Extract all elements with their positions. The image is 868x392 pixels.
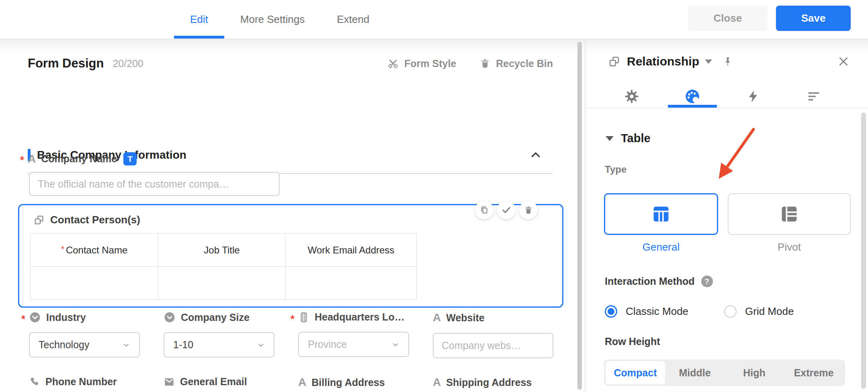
title-badge: T <box>123 152 137 165</box>
form-style-button[interactable]: Form Style <box>387 57 456 69</box>
required-marker: * <box>20 154 24 166</box>
tab-edit[interactable]: Edit <box>174 0 224 39</box>
website-field: A Website <box>433 311 553 358</box>
recycle-bin-label: Recycle Bin <box>496 58 553 69</box>
widget-actions <box>475 201 538 219</box>
headquarters-select[interactable]: Province <box>298 332 409 357</box>
company-name-label: Company Name <box>41 153 117 165</box>
relationship-icon <box>33 214 45 226</box>
column-header-contact-name[interactable]: * Contact Name <box>31 234 158 267</box>
type-label: Type <box>605 164 626 175</box>
panel-header: Relationship <box>608 53 850 70</box>
text-field-icon: A <box>28 153 36 165</box>
industry-label: Industry <box>46 312 86 323</box>
radio-grid-mode[interactable]: Grid Mode <box>724 305 794 318</box>
chevron-down-icon <box>121 340 131 350</box>
company-name-input[interactable] <box>29 172 280 196</box>
select-field-icon <box>29 311 41 323</box>
chevron-down-icon <box>391 340 400 349</box>
headquarters-placeholder: Province <box>308 339 347 350</box>
industry-field: * Industry Technology <box>29 311 149 357</box>
type-option-general[interactable] <box>604 193 718 235</box>
chevron-down-icon[interactable] <box>705 59 712 64</box>
contact-persons-widget[interactable]: Contact Person(s) * Contact Name Job Tit… <box>18 204 563 308</box>
select-field-icon <box>164 311 176 323</box>
delete-button[interactable] <box>519 201 538 219</box>
panel-tabs-divider <box>585 108 868 108</box>
company-size-select[interactable]: 1-10 <box>164 332 274 357</box>
shipping-address-field: A Shipping Address <box>433 376 553 389</box>
website-label: Website <box>446 312 484 324</box>
align-left-lines-icon <box>807 89 821 104</box>
table-section-title: Table <box>621 132 651 145</box>
row-height-segmented-control: Compact Middle High Extreme <box>604 359 845 386</box>
trash-icon <box>479 58 491 69</box>
interaction-method-label: Interaction Method <box>605 276 695 287</box>
text-field-icon: A <box>433 311 441 324</box>
pin-icon[interactable] <box>723 56 733 67</box>
segment-compact[interactable]: Compact <box>606 361 665 384</box>
general-option-label[interactable]: General <box>604 241 718 253</box>
canvas-header: Form Design 20/200 Form Style <box>28 56 553 71</box>
column-label: Work Email Address <box>308 245 395 256</box>
pivot-table-icon <box>779 204 800 225</box>
table-section-header[interactable]: Table <box>606 132 651 145</box>
segment-extreme[interactable]: Extreme <box>784 361 843 384</box>
relationship-icon <box>608 55 620 68</box>
company-size-field: Company Size 1-10 <box>164 311 284 357</box>
tab-event-settings[interactable] <box>723 85 784 108</box>
company-name-field-label: * A Company Name T <box>28 152 137 165</box>
radio-selected-icon <box>605 305 617 318</box>
shipping-address-label: Shipping Address <box>446 377 532 388</box>
panel-title[interactable]: Relationship <box>627 55 699 68</box>
industry-value: Technology <box>39 339 89 351</box>
website-input[interactable] <box>433 333 553 358</box>
chevron-up-icon[interactable] <box>530 149 542 161</box>
palette-icon <box>684 88 700 104</box>
industry-select[interactable]: Technology <box>29 332 140 357</box>
form-style-label: Form Style <box>404 58 456 69</box>
recycle-bin-button[interactable]: Recycle Bin <box>479 57 553 69</box>
column-header-work-email[interactable]: Work Email Address <box>286 234 417 267</box>
required-marker: * <box>61 244 64 254</box>
form-builder-screen: Edit More Settings Extend Close Save For… <box>0 0 868 392</box>
lightning-icon <box>746 90 760 103</box>
phone-label: Phone Number <box>45 376 117 388</box>
tab-field-settings[interactable] <box>602 85 662 108</box>
headquarters-label: Headquarters Lo… <box>315 311 405 323</box>
close-icon[interactable] <box>837 55 850 67</box>
contact-subtable: * Contact Name Job Title Work Email Addr… <box>30 233 417 300</box>
tab-style-settings[interactable] <box>662 85 723 108</box>
column-label: Job Title <box>204 245 240 256</box>
duplicate-button[interactable] <box>475 201 493 219</box>
tab-outline-settings[interactable] <box>783 85 844 108</box>
tab-extend[interactable]: Extend <box>321 0 385 39</box>
save-button[interactable]: Save <box>776 6 851 31</box>
panel-scrollbar[interactable] <box>861 112 866 389</box>
table-cell-empty[interactable] <box>158 267 286 300</box>
close-button[interactable]: Close <box>688 6 768 31</box>
collapse-triangle-icon <box>606 136 614 141</box>
chevron-down-icon <box>256 340 266 350</box>
segment-high[interactable]: High <box>725 361 784 384</box>
gear-icon <box>624 89 639 104</box>
tab-more-settings[interactable]: More Settings <box>224 0 321 39</box>
text-field-icon: A <box>433 376 441 389</box>
column-header-job-title[interactable]: Job Title <box>158 234 286 267</box>
confirm-button[interactable] <box>497 201 516 219</box>
main-scrollbar[interactable] <box>577 42 582 390</box>
type-option-pivot[interactable] <box>728 193 851 235</box>
table-cell-empty[interactable] <box>31 267 158 300</box>
pivot-option-label[interactable]: Pivot <box>728 241 851 253</box>
company-size-label: Company Size <box>181 312 250 323</box>
headquarters-field: * Headquarters Lo… Province <box>298 311 419 357</box>
billing-address-label: Billing Address <box>311 377 385 388</box>
form-canvas: Form Design 20/200 Form Style <box>0 40 585 392</box>
segment-middle[interactable]: Middle <box>665 361 725 384</box>
interaction-method-row: Interaction Method ? <box>605 276 713 287</box>
help-icon[interactable]: ? <box>701 276 713 287</box>
email-icon <box>164 376 175 388</box>
radio-classic-mode[interactable]: Classic Mode <box>605 305 688 318</box>
table-cell-empty[interactable] <box>286 267 417 300</box>
general-email-label: General Email <box>180 376 247 388</box>
